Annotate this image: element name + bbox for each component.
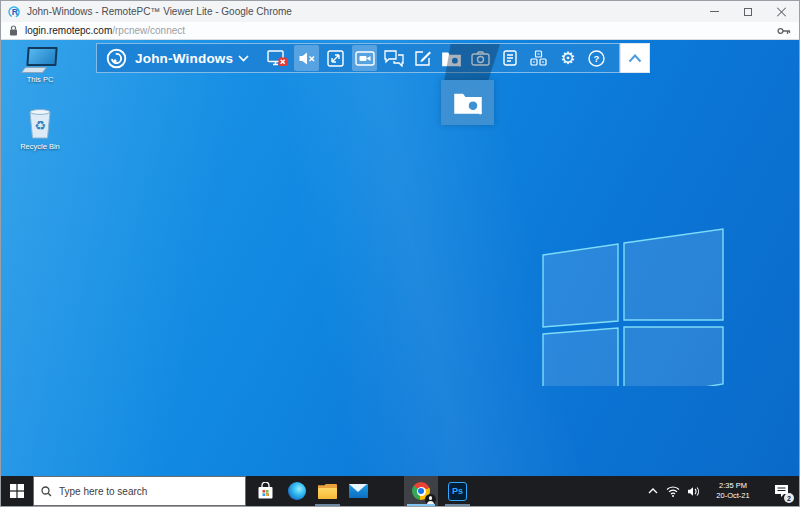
photoshop-icon: Ps — [448, 482, 467, 501]
windows-start-icon — [10, 484, 24, 498]
windows-wallpaper-logo — [540, 188, 726, 386]
svg-text:R: R — [12, 7, 19, 17]
tray-clock[interactable]: 2:35 PM 20-Oct-21 — [705, 481, 761, 501]
edge-icon — [288, 482, 306, 500]
recycle-bin-icon: ♻ — [25, 106, 55, 140]
mute-sound-button[interactable] — [294, 45, 319, 71]
file-transfer-button[interactable] — [439, 45, 464, 71]
clock-time: 2:35 PM — [705, 481, 761, 491]
chevron-down-icon[interactable] — [238, 55, 249, 62]
taskbar-app-mail[interactable] — [343, 476, 374, 506]
address-bar[interactable]: login.remotepc.com/rpcnew/connect — [1, 22, 799, 40]
chrome-window: R John-Windows - RemotePC™ Viewer Lite -… — [0, 0, 800, 507]
taskbar-app-photoshop[interactable]: Ps — [442, 476, 473, 506]
folder-search-icon — [453, 90, 483, 115]
remotepc-logo-icon — [106, 48, 127, 69]
close-button[interactable] — [765, 1, 799, 22]
this-pc-icon — [23, 47, 57, 73]
collapse-toolbar-button[interactable] — [620, 43, 650, 73]
resize-diagonal-icon — [327, 50, 344, 67]
wifi-icon — [666, 486, 680, 497]
minimize-icon — [710, 11, 719, 12]
close-icon — [777, 7, 787, 17]
folder-search-icon — [441, 50, 462, 67]
maximize-button[interactable] — [731, 1, 765, 22]
remote-user-badge-icon — [425, 494, 436, 505]
taskbar-app-store[interactable] — [250, 476, 281, 506]
chat-bubbles-icon — [384, 50, 404, 67]
url-domain: login.remotepc.com — [25, 25, 112, 36]
annotate-button[interactable] — [410, 45, 435, 71]
scale-to-fit-button[interactable] — [323, 45, 348, 71]
file-transfer-drag-ghost[interactable] — [441, 80, 494, 125]
this-pc-label: This PC — [9, 75, 71, 84]
ctrl-alt-del-button[interactable] — [526, 45, 551, 71]
monitor-x-icon — [267, 50, 288, 67]
url-text[interactable]: login.remotepc.com/rpcnew/connect — [25, 25, 777, 36]
taskbar-app-chrome-session[interactable] — [404, 476, 438, 506]
start-button[interactable] — [1, 476, 33, 506]
url-path: /rpcnew/connect — [112, 25, 185, 36]
remotepc-toolbar: John-Windows — [96, 43, 650, 73]
taskbar: Type here to search — [1, 476, 799, 506]
settings-button[interactable]: ⚙ — [555, 45, 580, 71]
search-placeholder: Type here to search — [59, 486, 147, 497]
desktop-icon-recycle-bin[interactable]: ♻ Recycle Bin — [9, 106, 71, 151]
screenshot-button[interactable] — [468, 45, 493, 71]
svg-text:?: ? — [594, 53, 600, 64]
notes-button[interactable] — [497, 45, 522, 71]
notes-document-icon — [503, 50, 517, 66]
speaker-mute-icon — [298, 51, 316, 66]
window-title: John-Windows - RemotePC™ Viewer Lite - G… — [27, 6, 697, 17]
title-bar: R John-Windows - RemotePC™ Viewer Lite -… — [1, 1, 799, 22]
video-record-icon — [355, 51, 375, 66]
taskbar-search-input[interactable]: Type here to search — [33, 476, 246, 506]
pen-annotate-icon — [414, 50, 432, 67]
camera-icon — [471, 51, 490, 66]
maximize-icon — [744, 8, 752, 16]
minimize-button[interactable] — [697, 1, 731, 22]
tray-volume[interactable] — [683, 476, 703, 506]
action-center-button[interactable]: 2 — [763, 476, 799, 506]
record-session-button[interactable] — [352, 45, 377, 71]
key-icon[interactable] — [777, 26, 791, 36]
search-icon — [41, 486, 52, 497]
mail-icon — [349, 484, 368, 498]
recycle-bin-label: Recycle Bin — [9, 142, 71, 151]
chat-button[interactable] — [381, 45, 406, 71]
disable-remote-display-button[interactable] — [265, 45, 290, 71]
svg-text:♻: ♻ — [34, 118, 46, 133]
keyboard-keys-icon — [530, 50, 547, 66]
taskbar-app-file-explorer[interactable] — [312, 476, 343, 506]
remote-computer-name: John-Windows — [135, 51, 233, 66]
file-explorer-icon — [318, 484, 337, 499]
help-icon: ? — [588, 50, 605, 67]
clock-date: 20-Oct-21 — [705, 491, 761, 501]
lock-icon — [9, 25, 18, 36]
chevron-up-icon — [628, 54, 642, 63]
taskbar-app-edge[interactable] — [281, 476, 312, 506]
remotepc-favicon-icon: R — [8, 5, 21, 18]
system-tray: 2:35 PM 20-Oct-21 2 — [643, 476, 799, 506]
desktop-icon-this-pc[interactable]: This PC — [9, 47, 71, 84]
help-button[interactable]: ? — [584, 45, 609, 71]
tray-wifi[interactable] — [663, 476, 683, 506]
gear-icon: ⚙ — [560, 50, 575, 67]
tray-show-hidden-icons[interactable] — [643, 476, 663, 506]
speaker-icon — [687, 486, 700, 497]
chevron-up-icon — [648, 488, 658, 494]
remote-desktop[interactable]: This PC ♻ Recycle Bin John-Windows — [1, 40, 799, 506]
store-icon — [257, 482, 274, 500]
notification-count-badge: 2 — [784, 493, 794, 503]
